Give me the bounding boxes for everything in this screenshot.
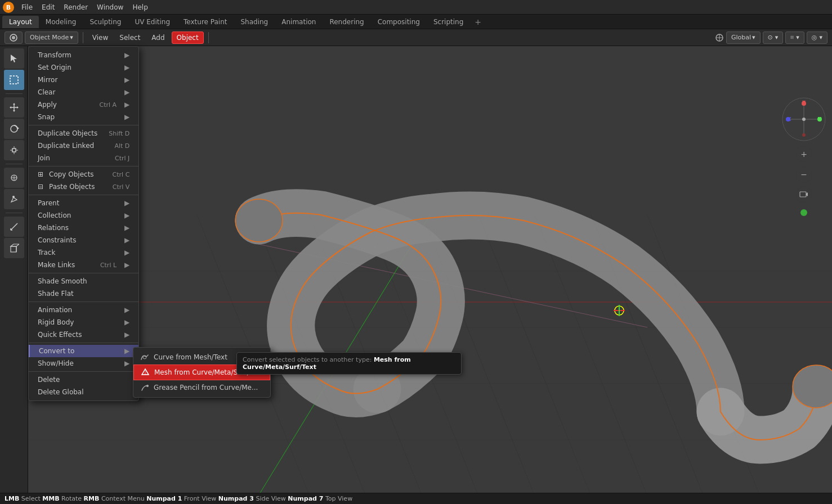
tab-sculpting[interactable]: Sculpting	[83, 16, 128, 28]
left-toolbar	[0, 46, 28, 504]
select-menu-button[interactable]: Select	[115, 32, 145, 44]
tab-texture-paint[interactable]: Texture Paint	[177, 16, 234, 28]
tab-modeling[interactable]: Modeling	[39, 16, 83, 28]
menu-copy-objects[interactable]: ⊞Copy Objects Ctrl C	[29, 168, 138, 181]
cursor-tool[interactable]	[4, 48, 24, 69]
move-tool[interactable]	[4, 97, 24, 118]
transform-tool[interactable]	[4, 168, 24, 188]
svg-point-72	[146, 385, 149, 387]
svg-point-63	[786, 117, 790, 122]
submenu-grease-pencil[interactable]: Grease Pencil from Curve/Me...	[133, 380, 270, 395]
view-menu-button[interactable]: View	[88, 32, 113, 44]
add-cube-tool[interactable]	[4, 238, 24, 258]
scale-tool[interactable]	[4, 140, 24, 160]
camera-icon	[799, 190, 808, 199]
menu-help[interactable]: Help	[128, 2, 152, 12]
svg-point-62	[817, 117, 822, 122]
svg-marker-16	[17, 127, 19, 129]
svg-marker-12	[13, 110, 15, 112]
menu-clear[interactable]: Clear▶	[29, 86, 138, 98]
menu-shade-flat[interactable]: Shade Flat	[29, 287, 138, 300]
transform-space-dropdown[interactable]: Global ▾	[726, 32, 761, 44]
svg-marker-30	[11, 244, 19, 246]
status-select-hint: LMB Select MMB Rotate RMB Context Menu N…	[5, 495, 352, 502]
object-context-menu: Transform▶ Set Origin▶ Mirror▶ Clear▶ Ap…	[28, 46, 139, 401]
tab-uv-editing[interactable]: UV Editing	[128, 16, 177, 28]
tab-rendering[interactable]: Rendering	[323, 16, 370, 28]
workspace-tabs: Layout Modeling Sculpting UV Editing Tex…	[0, 15, 832, 29]
menu-render[interactable]: Render	[59, 2, 92, 12]
add-menu-button[interactable]: Add	[147, 32, 169, 44]
menu-relations[interactable]: Relations▶	[29, 222, 138, 234]
menu-animation[interactable]: Animation▶	[29, 304, 138, 316]
menu-delete-global[interactable]: Delete Global	[29, 386, 138, 398]
viewport-shading-icon[interactable]	[5, 32, 23, 44]
menu-join[interactable]: JoinCtrl J	[29, 152, 138, 164]
3d-viewport[interactable]: User Perspective (1) Collection | Plane …	[28, 46, 832, 504]
arrow-icon: ▶	[124, 236, 129, 244]
menu-duplicate-linked[interactable]: Duplicate LinkedAlt D	[29, 140, 138, 152]
arrow-icon: ▶	[124, 199, 129, 207]
menu-apply[interactable]: ApplyCtrl A▶	[29, 98, 138, 111]
menu-quick-effects[interactable]: Quick Effects▶	[29, 328, 138, 341]
menu-parent[interactable]: Parent▶	[29, 197, 138, 209]
arrow-icon: ▶	[124, 359, 129, 367]
svg-marker-14	[17, 106, 19, 109]
snap-button[interactable]: ⌗ ▾	[785, 32, 804, 44]
add-workspace-button[interactable]: +	[470, 15, 486, 29]
tool-sep-2	[6, 164, 23, 164]
zoom-in-button[interactable]: +	[796, 146, 812, 162]
tab-shading[interactable]: Shading	[234, 16, 275, 28]
menu-rigid-body[interactable]: Rigid Body▶	[29, 316, 138, 328]
measure-tool[interactable]	[4, 217, 24, 237]
svg-point-50	[235, 199, 283, 242]
status-bar: LMB Select MMB Rotate RMB Context Menu N…	[0, 493, 832, 504]
menu-duplicate-objects[interactable]: Duplicate ObjectsShift D	[29, 127, 138, 140]
annotate-tool[interactable]	[4, 189, 24, 209]
camera-view-button[interactable]	[796, 187, 812, 202]
menu-sep-4	[29, 273, 138, 273]
menu-window[interactable]: Window	[92, 2, 128, 12]
menu-mirror[interactable]: Mirror▶	[29, 74, 138, 86]
grease-pencil-icon	[140, 383, 149, 392]
menu-set-origin[interactable]: Set Origin▶	[29, 61, 138, 74]
pivot-point-button[interactable]: ⊙ ▾	[763, 32, 784, 44]
toolbar-sep-1	[83, 32, 83, 43]
svg-point-65	[802, 118, 806, 121]
menu-paste-objects[interactable]: ⊟Paste Objects Ctrl V	[29, 181, 138, 193]
menu-file[interactable]: File	[17, 2, 37, 12]
zoom-out-button[interactable]: −	[796, 166, 812, 182]
menu-edit[interactable]: Edit	[37, 2, 59, 12]
proportional-editing-button[interactable]: ◎ ▾	[807, 32, 827, 44]
object-menu-button[interactable]: Object	[172, 32, 204, 44]
svg-text:B: B	[6, 4, 11, 11]
tab-layout[interactable]: Layout	[2, 16, 39, 28]
menu-track[interactable]: Track▶	[29, 246, 138, 259]
select-box-tool[interactable]	[4, 70, 24, 90]
menu-shade-smooth[interactable]: Shade Smooth	[29, 275, 138, 287]
arrow-icon: ▶	[124, 113, 129, 121]
svg-rect-8	[10, 76, 18, 84]
arrow-icon: ▶	[124, 224, 129, 232]
menu-convert-to[interactable]: Convert to▶	[29, 345, 138, 357]
menu-collection[interactable]: Collection▶	[29, 209, 138, 222]
menu-transform[interactable]: Transform▶	[29, 49, 138, 61]
arrow-icon: ▶	[124, 101, 129, 109]
tab-scripting[interactable]: Scripting	[427, 16, 470, 28]
tab-compositing[interactable]: Compositing	[371, 16, 427, 28]
menu-make-links[interactable]: Make LinksCtrl L▶	[29, 259, 138, 271]
arrow-icon: ▶	[124, 76, 129, 84]
svg-point-25	[12, 196, 15, 198]
svg-marker-13	[10, 106, 11, 109]
right-overlay-controls: Z Y X + −	[781, 97, 826, 216]
menu-snap[interactable]: Snap▶	[29, 111, 138, 123]
menu-delete[interactable]: Delete	[29, 374, 138, 386]
menu-constraints[interactable]: Constraints▶	[29, 234, 138, 246]
tool-sep-1	[6, 93, 23, 94]
rotate-tool[interactable]	[4, 119, 24, 139]
header-toolbar: Object Mode ▾ View Select Add Object Glo…	[0, 29, 832, 46]
mode-dropdown[interactable]: Object Mode ▾	[25, 32, 78, 44]
tab-animation[interactable]: Animation	[275, 16, 323, 28]
navigation-gizmo[interactable]: Z Y X	[781, 97, 826, 142]
menu-show-hide[interactable]: Show/Hide▶	[29, 357, 138, 370]
